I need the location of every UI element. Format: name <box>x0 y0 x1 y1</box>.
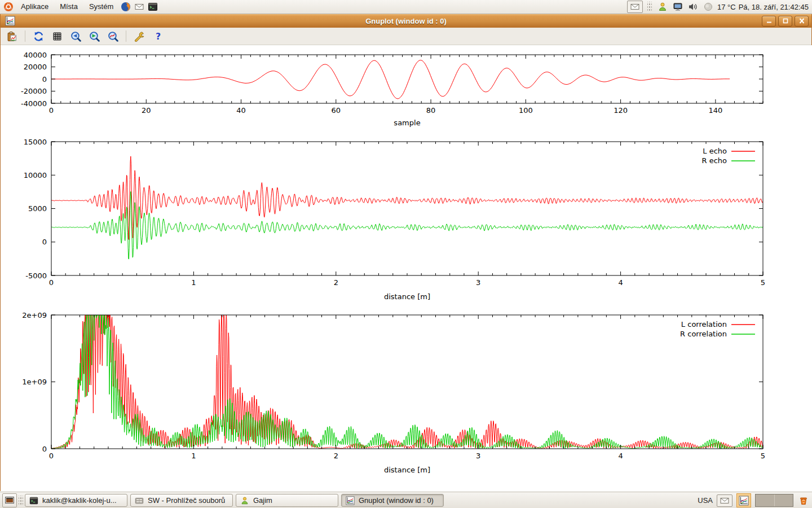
legend-label: R echo <box>701 156 727 165</box>
gajim-status-icon[interactable] <box>656 1 669 13</box>
gajim-icon <box>240 496 250 506</box>
gnuplot-tray-icon[interactable] <box>736 493 751 507</box>
workspace-2[interactable] <box>775 494 793 506</box>
menu-places[interactable]: Místa <box>55 0 83 14</box>
x-tick-label: 1 <box>191 278 196 287</box>
toolbar-separator <box>126 30 126 42</box>
taskbar-task-label: Gajim <box>253 496 272 505</box>
zoom-next-button[interactable] <box>87 29 101 43</box>
taskbar-task-label: SW - Prohlížeč souborů <box>148 496 225 505</box>
y-tick-label: 15000 <box>24 138 47 146</box>
chart-series <box>51 60 730 99</box>
x-tick-label: 2 <box>334 278 338 287</box>
menu-applications[interactable]: Aplikace <box>16 0 54 14</box>
panel-grip-handle[interactable] <box>647 2 652 12</box>
zoom-previous-icon <box>69 30 82 42</box>
taskbar-task[interactable]: kaklik@kaklik-kolej-u... <box>25 494 127 507</box>
x-tick-label: 3 <box>476 278 480 287</box>
x-tick-label: 2 <box>334 452 338 460</box>
y-tick-label: 10000 <box>24 171 47 179</box>
taskbar-task[interactable]: Gnuplot (window id : 0) <box>341 494 444 507</box>
clock-applet[interactable]: Pá, 18. září, 21:42:45 <box>739 3 809 11</box>
x-tick-label: 0 <box>49 106 54 115</box>
gnuplot-charts: 020406080100120140-40000-200000200004000… <box>1 45 812 491</box>
chart-1: 020406080100120140-40000-200000200004000… <box>21 51 763 128</box>
gnuplot-icon <box>345 496 355 506</box>
window-titlebar[interactable]: Gnuplot (window id : 0) <box>1 14 811 28</box>
taskbar-task[interactable]: Gajim <box>236 494 338 507</box>
axis-ticks <box>51 55 763 103</box>
x-tick-label: 140 <box>708 106 722 115</box>
gnuplot-window: Gnuplot (window id : 0) ? 02040608010012… <box>0 14 812 491</box>
mail-notification-icon[interactable] <box>717 494 732 507</box>
plot-border <box>51 315 763 449</box>
workspace-switcher <box>755 494 793 507</box>
y-tick-label: 40000 <box>24 51 47 59</box>
grid-toggle-button[interactable] <box>50 29 64 43</box>
maximize-button[interactable] <box>778 16 792 27</box>
trash-icon[interactable] <box>797 494 810 507</box>
chart-3: 01234501e+092e+09distance [m]L correlati… <box>22 311 765 475</box>
y-tick-label: 0 <box>42 75 47 84</box>
window-list: kaklik@kaklik-kolej-u...SW - Prohlížeč s… <box>25 494 444 507</box>
file-manager-icon <box>134 496 144 506</box>
help-button[interactable]: ? <box>151 29 165 43</box>
volume-icon[interactable] <box>687 1 699 13</box>
grid-icon <box>51 30 63 42</box>
replot-button[interactable] <box>32 29 45 43</box>
desktop: Aplikace Místa Systém 17 °C Pá, 18. září… <box>0 0 812 508</box>
weather-icon[interactable] <box>702 1 714 13</box>
axis-ticks <box>51 315 763 449</box>
terminal-launcher-icon[interactable] <box>147 1 159 13</box>
series-chirp-signal <box>51 60 730 99</box>
taskbar-task-label: Gnuplot (window id : 0) <box>359 496 434 505</box>
temperature-applet[interactable]: 17 °C <box>717 3 736 11</box>
y-tick-label: 0 <box>42 238 47 246</box>
y-tick-label: -20000 <box>21 87 47 95</box>
series-r-correlation <box>51 315 763 449</box>
window-title: Gnuplot (window id : 0) <box>1 17 811 25</box>
plot-border <box>51 55 763 103</box>
close-button[interactable] <box>795 16 809 27</box>
x-tick-label: 3 <box>476 452 480 460</box>
minimize-button[interactable] <box>762 16 776 27</box>
mail-launcher-icon[interactable] <box>133 1 145 13</box>
gnome-bottom-panel: kaklik@kaklik-kolej-u...SW - Prohlížeč s… <box>0 492 812 508</box>
x-tick-label: 5 <box>761 278 765 287</box>
gnuplot-icon <box>738 494 750 507</box>
series-r-echo <box>51 191 763 259</box>
series-l-correlation <box>51 315 763 449</box>
zoom-previous-button[interactable] <box>69 29 82 43</box>
ubuntu-logo-icon[interactable] <box>2 1 15 13</box>
firefox-launcher-icon[interactable] <box>120 1 132 13</box>
x-axis-title: sample <box>394 119 420 127</box>
show-desktop-icon <box>3 494 16 507</box>
plot-canvas[interactable]: 020406080100120140-40000-200000200004000… <box>1 45 812 491</box>
axis-labels: 01234501e+092e+09distance [m] <box>22 311 765 475</box>
x-tick-label: 1 <box>191 452 196 460</box>
workspace-1[interactable] <box>756 494 775 506</box>
x-tick-label: 0 <box>49 278 54 287</box>
chart-series <box>51 156 763 259</box>
wrench-icon <box>133 30 145 42</box>
taskbar-task[interactable]: SW - Prohlížeč souborů <box>130 494 233 507</box>
mail-icon <box>629 1 641 13</box>
x-tick-label: 4 <box>618 452 623 460</box>
menu-system[interactable]: Systém <box>84 0 118 14</box>
keyboard-layout-indicator[interactable]: USA <box>698 496 713 505</box>
mail-icon <box>718 494 731 507</box>
copy-plot-button[interactable] <box>5 29 19 43</box>
tasklist-grip-handle[interactable] <box>19 496 23 506</box>
x-tick-label: 4 <box>618 278 623 287</box>
show-desktop-button[interactable] <box>2 493 17 507</box>
x-tick-label: 80 <box>426 106 436 115</box>
legend-label: R correlation <box>680 330 727 338</box>
y-tick-label: 1e+09 <box>22 378 47 386</box>
options-button[interactable] <box>133 29 146 43</box>
mail-tray-icon[interactable] <box>627 1 643 13</box>
y-tick-label: 0 <box>42 445 47 453</box>
display-icon[interactable] <box>672 1 684 13</box>
x-tick-label: 0 <box>49 452 54 460</box>
y-tick-label: 5000 <box>28 204 47 213</box>
unzoom-button[interactable] <box>106 29 120 43</box>
